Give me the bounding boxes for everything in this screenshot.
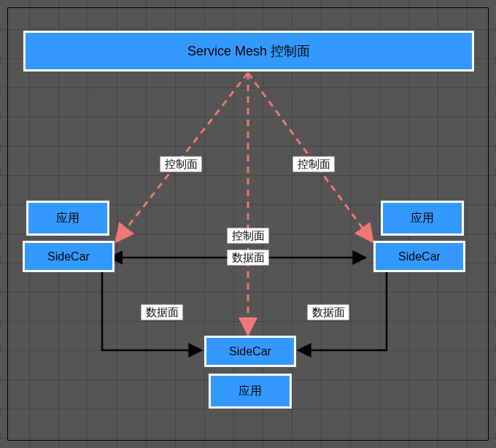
node-sidecar-bottom: SideCar <box>204 336 296 367</box>
node-control-plane: Service Mesh 控制面 <box>23 31 474 72</box>
label-ctrl-right: 控制面 <box>293 157 335 172</box>
node-app-right: 应用 <box>381 201 464 236</box>
node-app-bottom: 应用 <box>209 374 292 409</box>
label-data-left: 数据面 <box>142 305 183 320</box>
label-ctrl-left: 控制面 <box>160 157 202 172</box>
diagram-canvas: Service Mesh 控制面 应用 SideCar 应用 SideCar S… <box>0 0 496 448</box>
label-data-mid: 数据面 <box>228 250 269 266</box>
node-sidecar-right: SideCar <box>373 241 465 272</box>
label-ctrl-mid: 控制面 <box>228 228 269 244</box>
node-app-left: 应用 <box>26 201 109 236</box>
node-sidecar-left: SideCar <box>23 241 115 272</box>
label-data-right: 数据面 <box>308 305 349 320</box>
